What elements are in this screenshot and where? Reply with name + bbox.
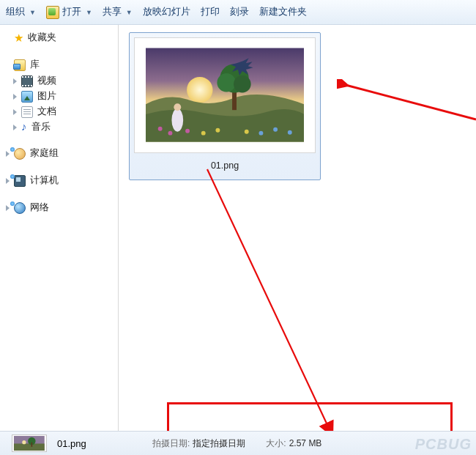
- sidebar-item-music[interactable]: ♪ 音乐: [0, 119, 118, 135]
- star-icon: ★: [14, 33, 23, 43]
- library-icon: [14, 59, 26, 71]
- expand-icon: [6, 178, 10, 184]
- sidebar-item-homegroup[interactable]: 家庭组: [0, 145, 118, 162]
- sidebar-item-video[interactable]: 视频: [0, 73, 118, 89]
- toolbar-share-label: 共享: [103, 6, 122, 18]
- svg-rect-20: [14, 443, 45, 451]
- svg-point-6: [171, 109, 183, 132]
- svg-point-23: [22, 440, 26, 444]
- sidebar-item-label: 家庭组: [30, 147, 59, 160]
- expand-icon: [13, 78, 17, 84]
- sidebar-item-documents[interactable]: 文档: [0, 104, 118, 119]
- expand-icon: [6, 151, 10, 157]
- landscape-preview-icon: [13, 436, 45, 451]
- sidebar-item-pictures[interactable]: 图片: [0, 89, 118, 104]
- landscape-preview-icon: [146, 47, 304, 143]
- details-pane: 01.png 拍摄日期: 指定拍摄日期 大小: 2.57 MB: [0, 431, 476, 455]
- pictures-icon: [21, 91, 33, 103]
- favorites-header[interactable]: ★ 收藏夹: [0, 29, 118, 46]
- sidebar-item-label: 视频: [37, 75, 56, 87]
- svg-rect-22: [31, 442, 33, 446]
- documents-icon: [21, 106, 33, 118]
- homegroup-icon: [14, 148, 26, 160]
- expand-icon: [13, 94, 17, 100]
- toolbar-newfolder[interactable]: 新建文件夹: [259, 6, 307, 18]
- network-icon: [14, 202, 26, 214]
- toolbar-share[interactable]: 共享 ▼: [103, 6, 133, 18]
- svg-point-16: [288, 130, 292, 135]
- sidebar-item-label: 音乐: [31, 121, 51, 133]
- details-date-value[interactable]: 指定拍摄日期: [193, 437, 245, 450]
- toolbar-open-label: 打开: [62, 6, 81, 18]
- toolbar-open[interactable]: 打开 ▼: [46, 6, 92, 19]
- navigation-pane: ★ 收藏夹 库 视频 图片 文档: [0, 25, 119, 431]
- favorites-label: 收藏夹: [28, 32, 56, 44]
- sidebar-item-label: 网络: [30, 201, 49, 214]
- file-list-pane[interactable]: 01.png: [119, 25, 476, 431]
- sidebar-item-label: 文档: [37, 106, 56, 118]
- sidebar-item-network[interactable]: 网络: [0, 199, 118, 216]
- svg-point-11: [201, 131, 206, 136]
- details-thumbnail: [12, 434, 47, 452]
- svg-point-4: [217, 73, 236, 92]
- chevron-down-icon: ▼: [86, 9, 92, 16]
- svg-point-14: [259, 131, 263, 136]
- details-size-value: 2.57 MB: [289, 438, 322, 448]
- toolbar-slideshow[interactable]: 放映幻灯片: [143, 6, 190, 18]
- details-size-label: 大小:: [266, 437, 286, 450]
- libraries-group: 库 视频 图片 文档 ♪ 音乐: [0, 56, 118, 135]
- chevron-down-icon: ▼: [126, 9, 133, 16]
- toolbar-burn-label: 刻录: [230, 6, 249, 18]
- expand-icon: [6, 205, 10, 211]
- toolbar-organize[interactable]: 组织 ▼: [6, 6, 36, 18]
- libraries-label: 库: [30, 59, 40, 71]
- file-thumbnail-selected[interactable]: 01.png: [129, 32, 321, 180]
- expand-icon: [13, 109, 17, 115]
- svg-point-8: [157, 127, 162, 131]
- computer-icon: [14, 175, 26, 187]
- svg-point-9: [168, 131, 172, 136]
- toolbar: 组织 ▼ 打开 ▼ 共享 ▼ 放映幻灯片 打印 刻录 新建文件夹: [0, 0, 476, 25]
- svg-point-7: [174, 104, 181, 111]
- toolbar-burn[interactable]: 刻录: [230, 6, 249, 18]
- sidebar-item-label: 图片: [37, 90, 56, 103]
- details-filename: 01.png: [57, 438, 152, 449]
- toolbar-newfolder-label: 新建文件夹: [259, 6, 307, 18]
- svg-point-13: [245, 130, 249, 134]
- toolbar-print-label: 打印: [201, 6, 220, 18]
- sidebar-item-computer[interactable]: 计算机: [0, 172, 118, 189]
- main-area: ★ 收藏夹 库 视频 图片 文档: [0, 25, 476, 431]
- libraries-header[interactable]: 库: [0, 56, 118, 73]
- expand-icon: [13, 125, 17, 130]
- open-icon: [46, 6, 59, 19]
- favorites-group: ★ 收藏夹: [0, 29, 118, 46]
- svg-point-12: [215, 128, 220, 133]
- file-name-label: 01.png: [134, 160, 316, 175]
- toolbar-slideshow-label: 放映幻灯片: [143, 6, 190, 18]
- svg-point-5: [234, 75, 251, 93]
- music-icon: ♪: [21, 122, 27, 133]
- video-icon: [21, 75, 33, 87]
- svg-point-15: [273, 127, 278, 132]
- thumbnail-image: [134, 37, 316, 153]
- chevron-down-icon: ▼: [29, 9, 36, 16]
- svg-point-1: [187, 77, 212, 103]
- details-date-label: 拍摄日期:: [152, 437, 190, 450]
- toolbar-print[interactable]: 打印: [201, 6, 220, 18]
- sidebar-item-label: 计算机: [30, 174, 59, 187]
- toolbar-organize-label: 组织: [6, 6, 25, 18]
- svg-point-10: [185, 129, 190, 133]
